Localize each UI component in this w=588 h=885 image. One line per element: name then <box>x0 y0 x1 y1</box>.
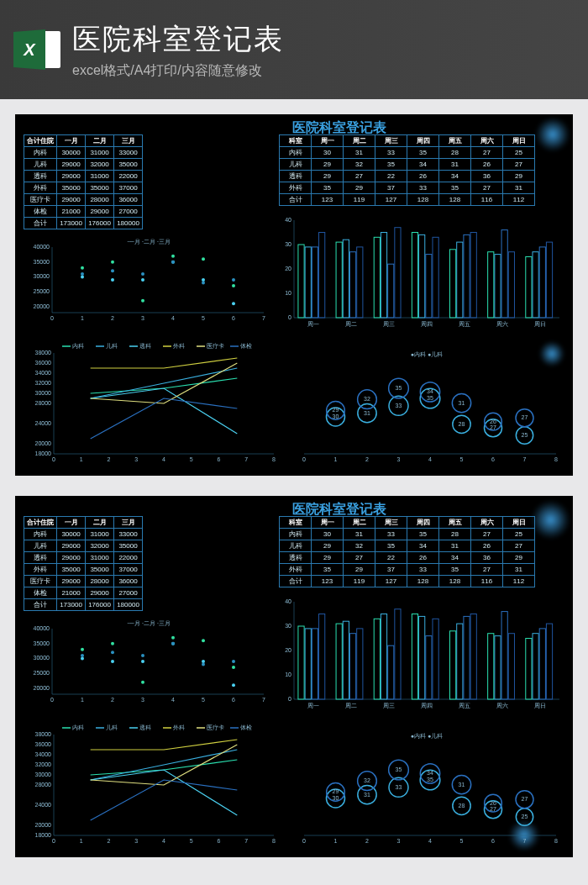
col-header: 合计住院 <box>24 135 57 147</box>
svg-text:34: 34 <box>427 388 433 394</box>
svg-rect-68 <box>501 230 507 318</box>
svg-point-26 <box>202 282 205 285</box>
svg-text:0: 0 <box>50 315 54 321</box>
svg-text:1: 1 <box>334 456 338 462</box>
svg-rect-206 <box>433 619 438 699</box>
svg-text:28: 28 <box>459 803 465 809</box>
svg-text:0: 0 <box>288 314 291 320</box>
svg-text:5: 5 <box>190 838 193 844</box>
col-header: 科室 <box>280 517 312 529</box>
svg-text:26: 26 <box>490 800 496 806</box>
svg-text:3: 3 <box>397 838 401 844</box>
svg-rect-215 <box>501 612 507 699</box>
svg-text:34: 34 <box>427 770 433 776</box>
table-row: 合计173000176000180000 <box>24 218 143 229</box>
svg-rect-198 <box>374 619 380 699</box>
svg-point-177 <box>141 681 144 684</box>
bubble-chart: ●内科 ●儿科012345678303133352827252932353431… <box>292 730 561 847</box>
svg-text:6: 6 <box>491 456 495 462</box>
svg-rect-66 <box>488 252 494 318</box>
svg-text:周二: 周二 <box>345 703 357 709</box>
svg-text:8: 8 <box>554 838 558 844</box>
svg-rect-218 <box>526 639 532 700</box>
table-row: 合计173000176000180000 <box>24 599 143 611</box>
svg-point-167 <box>202 660 205 663</box>
svg-text:周三: 周三 <box>383 321 395 327</box>
svg-point-180 <box>232 666 235 669</box>
svg-text:2: 2 <box>111 697 114 703</box>
table-row: 透科29272226343629 <box>280 171 535 182</box>
glow-accent <box>536 118 570 151</box>
svg-text:20000: 20000 <box>34 685 50 691</box>
bar-chart: 010203040周一周二周三周四周五周六周日 <box>279 215 564 333</box>
svg-text:32: 32 <box>364 777 370 783</box>
svg-text:4: 4 <box>171 697 175 703</box>
svg-text:27: 27 <box>522 414 528 420</box>
svg-text:2: 2 <box>108 838 111 844</box>
svg-text:0: 0 <box>302 838 306 844</box>
svg-text:32000: 32000 <box>35 380 52 386</box>
svg-text:儿科: 儿科 <box>106 724 118 730</box>
table-row: 医疗卡290002800036000 <box>24 576 143 587</box>
line-chart: 内科儿科透科外科医疗卡体检180002000024000280003000032… <box>27 340 279 466</box>
svg-text:20: 20 <box>285 266 291 271</box>
col-header: 周一 <box>312 517 344 529</box>
svg-text:34000: 34000 <box>35 751 52 757</box>
svg-text:儿科: 儿科 <box>106 343 118 349</box>
svg-rect-71 <box>526 257 532 319</box>
svg-text:18000: 18000 <box>35 450 52 456</box>
svg-text:7: 7 <box>523 838 527 844</box>
svg-rect-205 <box>426 636 432 699</box>
svg-rect-42 <box>305 247 311 318</box>
svg-rect-67 <box>495 255 501 318</box>
svg-text:20000: 20000 <box>35 440 52 446</box>
svg-text:周日: 周日 <box>534 321 546 327</box>
svg-rect-194 <box>343 621 349 699</box>
svg-rect-221 <box>546 624 552 699</box>
svg-text:40000: 40000 <box>34 625 50 631</box>
svg-text:周六: 周六 <box>496 321 508 327</box>
col-header: 科室 <box>280 135 312 147</box>
svg-point-22 <box>81 272 84 276</box>
svg-text:周一: 周一 <box>307 321 319 327</box>
svg-text:体检: 体检 <box>240 343 252 349</box>
svg-point-30 <box>141 299 144 303</box>
svg-text:28: 28 <box>459 421 465 427</box>
svg-text:25000: 25000 <box>34 670 50 676</box>
table-row: 合计123119127128128116112 <box>280 576 535 587</box>
col-header: 三月 <box>114 517 143 529</box>
svg-text:周五: 周五 <box>459 321 470 327</box>
svg-text:3: 3 <box>134 838 138 844</box>
table-row: 医疗卡290002800036000 <box>24 194 143 206</box>
svg-rect-44 <box>319 233 325 319</box>
svg-rect-191 <box>319 614 325 700</box>
svg-point-18 <box>141 278 144 282</box>
svg-text:4: 4 <box>428 838 432 844</box>
svg-text:31: 31 <box>459 782 465 788</box>
svg-rect-193 <box>336 624 342 699</box>
svg-rect-46 <box>336 242 342 318</box>
svg-text:周三: 周三 <box>383 703 395 709</box>
svg-point-20 <box>202 278 205 282</box>
col-header: 周日 <box>503 517 535 529</box>
table-row: 儿科29323534312627 <box>280 540 535 552</box>
bubble-chart: ●内科 ●儿科012345678303133352827252932353431… <box>292 348 561 466</box>
svg-text:0: 0 <box>52 456 55 462</box>
svg-text:28000: 28000 <box>35 400 52 406</box>
svg-text:30: 30 <box>333 795 339 801</box>
col-header: 周六 <box>471 517 503 529</box>
svg-rect-199 <box>381 614 386 700</box>
svg-rect-59 <box>433 237 438 318</box>
header: X 医院科室登记表 excel格式/A4打印/内容随意修改 <box>0 0 588 99</box>
svg-text:38000: 38000 <box>35 731 52 737</box>
page-title: 医院科室登记表 <box>72 20 575 59</box>
svg-rect-219 <box>533 634 538 699</box>
svg-text:40: 40 <box>285 217 291 223</box>
svg-text:7: 7 <box>262 697 265 703</box>
svg-rect-190 <box>312 629 318 699</box>
svg-rect-200 <box>388 645 394 699</box>
table-row: 儿科29323534312627 <box>280 159 535 171</box>
svg-point-176 <box>111 642 114 645</box>
svg-text:3: 3 <box>134 456 138 462</box>
svg-point-29 <box>111 261 114 264</box>
